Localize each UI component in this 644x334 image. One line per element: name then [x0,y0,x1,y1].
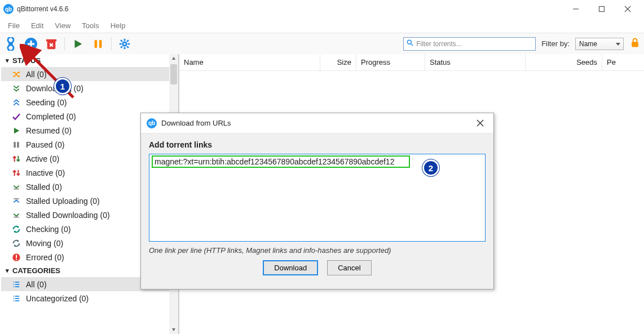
pause-icon [11,141,21,149]
svg-rect-27 [16,255,17,258]
svg-rect-21 [14,141,16,148]
settings-button[interactable] [117,37,132,51]
chevron-down-icon: ▾ [6,57,9,64]
updown-icon [11,168,21,177]
download-urls-dialog: qb Download from URLs Add torrent links … [140,113,494,290]
maximize-button[interactable] [589,1,615,17]
double-up-icon [11,98,21,107]
svg-rect-7 [95,39,98,48]
pause-button[interactable] [91,37,105,51]
sidebar-item-label: Seeding (0) [26,98,67,107]
sidebar-item-label: Resumed (0) [26,126,72,135]
sidebar-item-label: Stalled (0) [26,182,62,192]
check-icon [11,112,21,121]
col-progress[interactable]: Progress [356,54,425,70]
status-header[interactable]: ▾STATUS [1,54,178,67]
filterby-label: Filter by: [541,39,570,48]
svg-rect-6 [46,39,56,41]
scroll-down-icon[interactable] [169,325,178,334]
cancel-button[interactable]: Cancel [327,260,371,275]
menubar: File Edit View Tools Help [0,18,644,33]
sidebar-item-label: Errored (0) [26,253,64,262]
menu-tools[interactable]: Tools [76,20,104,31]
col-peers[interactable]: Pe [602,54,644,70]
filter-input[interactable]: Filter torrents... [403,37,536,51]
resume-button[interactable] [70,37,85,51]
stalled-down-icon [11,211,21,220]
sidebar-item-label: Uncategorized (0) [26,294,89,303]
col-name[interactable]: Name [179,54,320,70]
play-icon [11,127,21,135]
svg-rect-1 [599,7,605,12]
search-icon [406,39,414,48]
sidebar-item-label: Moving (0) [26,239,63,248]
sidebar-item-label: Stalled Downloading (0) [26,211,110,220]
menu-view[interactable]: View [49,20,76,31]
sidebar-item-label: Checking (0) [26,225,70,234]
filterby-select[interactable]: Name [575,38,624,50]
stalled-up-icon [11,197,21,206]
add-torrent-button[interactable] [24,37,38,51]
shuffle-icon [11,70,21,79]
dialog-hint: One link per line (HTTP links, Magnet li… [149,246,486,255]
col-size[interactable]: Size [320,54,356,70]
chevron-down-icon: ▾ [6,267,9,274]
sidebar-item-label: All (0) [26,280,47,289]
menu-help[interactable]: Help [105,20,131,31]
menu-edit[interactable]: Edit [25,20,49,31]
dialog-title: Download from URLs [161,119,231,127]
list-icon [11,280,21,288]
lock-icon[interactable] [629,37,641,51]
dialog-heading: Add torrent links [149,140,486,149]
svg-point-28 [16,259,17,260]
double-down-icon [11,84,21,93]
status-seeding[interactable]: Seeding (0) [1,95,178,109]
list-icon [11,295,21,302]
refresh-icon [11,239,21,248]
svg-point-18 [407,40,411,44]
minimize-button[interactable] [563,1,589,17]
svg-point-9 [123,42,126,45]
sidebar-item-label: Downloading (0) [26,84,83,93]
svg-line-15 [127,46,129,48]
download-button[interactable]: Download [263,260,318,275]
sidebar-item-label: All (0) [26,70,47,79]
svg-line-17 [121,46,122,48]
sidebar-item-label: Stalled Uploading (0) [26,197,100,206]
sidebar-item-label: Active (0) [26,154,59,163]
svg-line-14 [121,40,122,42]
toolbar: Filter torrents... Filter by: Name [0,33,644,54]
updown-icon [11,154,21,163]
filter-placeholder: Filter torrents... [416,40,462,48]
refresh-icon [11,225,21,234]
urls-textarea[interactable]: magnet:?xt=urn:btih:abcdef1234567890abcd… [149,154,486,242]
app-icon: qb [147,118,157,128]
status-downloading[interactable]: Downloading (0) [1,81,178,95]
sidebar-item-label: Paused (0) [26,140,64,149]
svg-line-19 [411,44,413,46]
dialog-close-button[interactable] [472,115,488,131]
add-link-button[interactable] [3,37,18,51]
menu-file[interactable]: File [2,20,25,31]
svg-rect-8 [99,39,102,48]
sidebar-item-label: Completed (0) [26,112,76,121]
magnet-link-text: magnet:?xt=urn:btih:abcdef1234567890abcd… [152,155,410,168]
window-title: qBittorrent v4.6.6 [17,5,68,13]
app-icon: qb [3,4,14,14]
column-headers: Name Size Progress Status Seeds Pe [179,54,644,71]
scroll-up-icon[interactable] [169,54,178,63]
col-seeds[interactable]: Seeds [526,54,602,70]
stalled-down-icon [11,182,21,192]
svg-rect-22 [17,141,19,148]
close-button[interactable] [615,1,641,17]
col-status[interactable]: Status [425,54,526,70]
error-icon [11,253,21,262]
status-all[interactable]: All (0) [1,67,178,81]
sidebar-item-label: Inactive (0) [26,168,65,177]
delete-button[interactable] [44,37,59,51]
svg-rect-20 [632,42,638,47]
dialog-titlebar[interactable]: qb Download from URLs [141,113,493,133]
category-uncategorized[interactable]: Uncategorized (0) [1,291,178,305]
scroll-thumb[interactable] [170,64,177,84]
titlebar: qb qBittorrent v4.6.6 [0,0,644,18]
